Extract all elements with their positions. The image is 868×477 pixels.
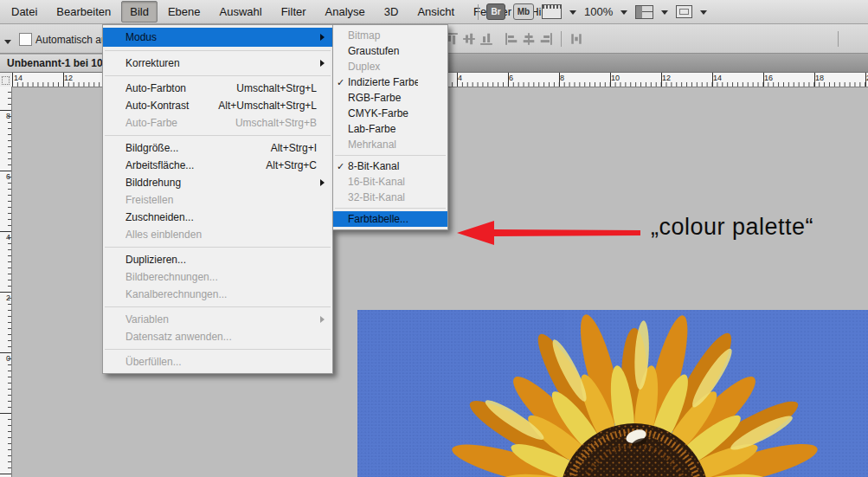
menu-item-shortcut: Umschalt+Strg+L <box>236 82 317 94</box>
menu-item-label: Lab-Farbe <box>348 123 418 135</box>
sunflower-image <box>357 310 868 477</box>
bild-menu-item-zuschneiden[interactable]: Zuschneiden... <box>103 209 332 226</box>
menubar-item-bild[interactable]: Bild <box>121 1 158 23</box>
view-extras-icon[interactable] <box>542 4 562 19</box>
bild-menu-item-datensatz-anwenden[interactable]: Datensatz anwenden... <box>103 328 332 345</box>
bild-menu-item-auto-farbe[interactable]: Auto-FarbeUmschalt+Strg+B <box>103 114 332 132</box>
modus-submenu-item-graustufen[interactable]: Graustufen <box>333 43 447 59</box>
modus-submenu-item-32-bit-kanal[interactable]: 32-Bit-Kanal <box>333 190 447 205</box>
ruler-label: 18 <box>815 74 824 82</box>
menubar-item-analyse[interactable]: Analyse <box>317 1 374 23</box>
view-extras-dropdown-arrow-icon[interactable] <box>569 10 576 18</box>
vertical-ruler[interactable]: 86420 <box>0 87 12 477</box>
menu-separator <box>105 135 331 136</box>
modus-submenu-item-lab-farbe[interactable]: Lab-Farbe <box>333 121 447 137</box>
bild-menu-item-bildberechnungen[interactable]: Bildberechnungen... <box>103 268 332 286</box>
arrange-documents-icon[interactable] <box>635 5 653 19</box>
launch-bridge-button[interactable]: Br <box>486 3 505 20</box>
menu-separator <box>335 208 446 209</box>
menu-item-label: Variablen <box>125 313 303 326</box>
menu-item-label: Bitmap <box>348 29 418 42</box>
menu-separator <box>105 50 331 51</box>
menubar-item-ebene[interactable]: Ebene <box>159 1 209 23</box>
launch-mini-bridge-button[interactable]: Mb <box>513 3 534 20</box>
menubar-item-datei[interactable]: Datei <box>3 1 46 23</box>
submenu-arrow-icon <box>317 60 328 67</box>
ruler-label: 6 <box>6 172 10 181</box>
bild-menu-item-bilddrehung[interactable]: Bilddrehung <box>103 174 332 191</box>
bild-menu-item-auto-kontrast[interactable]: Auto-KontrastAlt+Umschalt+Strg+L <box>103 97 332 114</box>
zoom-dropdown-arrow-icon[interactable] <box>620 10 627 18</box>
document-canvas[interactable] <box>357 310 868 477</box>
bild-menu-item-bildgr-e[interactable]: Bildgröße...Alt+Strg+I <box>103 139 332 157</box>
separator <box>561 31 562 47</box>
bild-menu-item-modus[interactable]: Modus <box>103 28 332 47</box>
screen-mode-dropdown-arrow-icon[interactable] <box>700 10 707 18</box>
align-left-edges-icon[interactable] <box>505 32 518 46</box>
menu-item-label: Alles einblenden <box>125 229 303 241</box>
menu-item-label: 32-Bit-Kanal <box>348 191 418 203</box>
ruler-label: 4 <box>6 233 10 242</box>
modus-submenu-item-mehrkanal[interactable]: Mehrkanal <box>333 137 447 152</box>
align-horizontal-centers-icon[interactable] <box>522 32 536 46</box>
modus-submenu-item-duplex[interactable]: Duplex <box>333 59 447 74</box>
ruler-label: 12 <box>64 74 73 82</box>
modus-submenu-item-bitmap[interactable]: Bitmap <box>333 28 447 43</box>
menu-separator <box>335 155 446 156</box>
screen-mode-icon[interactable] <box>676 5 692 18</box>
tool-preset-dropdown-arrow-icon[interactable] <box>4 40 11 48</box>
separator <box>838 31 839 47</box>
submenu-arrow-icon <box>317 316 328 323</box>
arrange-documents-dropdown-arrow-icon[interactable] <box>661 10 668 18</box>
ruler-label: 10 <box>611 74 620 82</box>
ruler-label: 8 <box>6 112 10 120</box>
menu-item-label: Bildberechnungen... <box>125 271 303 283</box>
ruler-label: 16 <box>764 74 773 82</box>
menubar-item-auswahl[interactable]: Auswahl <box>211 1 271 23</box>
menubar-item-ansicht[interactable]: Ansicht <box>408 1 463 23</box>
menu-item-label: Zuschneiden... <box>125 211 303 223</box>
bild-menu-item-korrekturen[interactable]: Korrekturen <box>103 55 332 72</box>
modus-submenu-item-rgb-farbe[interactable]: RGB-Farbe <box>333 90 447 106</box>
align-right-edges-icon[interactable] <box>539 32 553 46</box>
menu-item-label: Modus <box>125 31 303 43</box>
modus-submenu-panel: BitmapGraustufenDuplex✓Indizierte FarbeR… <box>332 24 448 230</box>
menu-separator <box>105 349 331 350</box>
modus-submenu-item-16-bit-kanal[interactable]: 16-Bit-Kanal <box>333 174 447 190</box>
horizontal-ruler[interactable]: 468101214161820 <box>447 73 868 87</box>
modus-submenu-item-indizierte-farbe[interactable]: ✓Indizierte Farbe <box>333 74 447 90</box>
bild-menu-item-kanalberechnungen[interactable]: Kanalberechnungen... <box>103 286 332 303</box>
auto-align-layers-icon[interactable] <box>569 32 583 46</box>
submenu-arrow-icon <box>317 34 328 41</box>
modus-submenu-item-farbtabelle[interactable]: Farbtabelle... <box>333 211 447 227</box>
horizontal-ruler[interactable]: 1412 <box>11 73 102 87</box>
align-bottom-edges-icon[interactable] <box>479 32 493 46</box>
bild-menu-item-alles-einblenden[interactable]: Alles einblenden <box>103 226 332 243</box>
bild-menu-item-auto-farbton[interactable]: Auto-FarbtonUmschalt+Strg+L <box>103 80 332 97</box>
bild-menu-item-berf-llen[interactable]: Überfüllen... <box>103 353 332 371</box>
modus-submenu-item-8-bit-kanal[interactable]: ✓8-Bit-Kanal <box>333 158 447 174</box>
menu-item-label: CMYK-Farbe <box>348 107 418 119</box>
bild-menu-item-duplizieren[interactable]: Duplizieren... <box>103 251 332 268</box>
ruler-label: 6 <box>509 74 513 82</box>
auto-select-checkbox[interactable] <box>19 33 32 46</box>
menu-item-label: 16-Bit-Kanal <box>348 176 418 188</box>
annotation-arrow <box>453 216 644 249</box>
menubar-item-3d[interactable]: 3D <box>376 1 408 23</box>
menu-item-label: Korrekturen <box>125 57 303 69</box>
photoshop-window: DateiBearbeitenBildEbeneAuswahlFilterAna… <box>0 0 868 477</box>
modus-submenu-item-cmyk-farbe[interactable]: CMYK-Farbe <box>333 106 447 121</box>
menu-item-label: Datensatz anwenden... <box>125 331 303 343</box>
checkmark-icon: ✓ <box>333 161 348 172</box>
menubar-item-bearbeiten[interactable]: Bearbeiten <box>48 1 119 23</box>
zoom-level[interactable]: 100% <box>584 5 613 18</box>
align-vertical-centers-icon[interactable] <box>462 32 476 46</box>
bild-menu-item-arbeitsfl-che[interactable]: Arbeitsfläche...Alt+Strg+C <box>103 157 332 174</box>
menu-item-label: Auto-Kontrast <box>125 100 204 112</box>
ruler-label: 0 <box>6 354 10 363</box>
bild-menu-item-variablen[interactable]: Variablen <box>103 311 332 328</box>
ruler-label: 14 <box>14 74 23 82</box>
menubar-item-filter[interactable]: Filter <box>273 1 315 23</box>
bild-menu-item-freistellen[interactable]: Freistellen <box>103 191 332 209</box>
menu-item-label: Kanalberechnungen... <box>125 288 303 300</box>
